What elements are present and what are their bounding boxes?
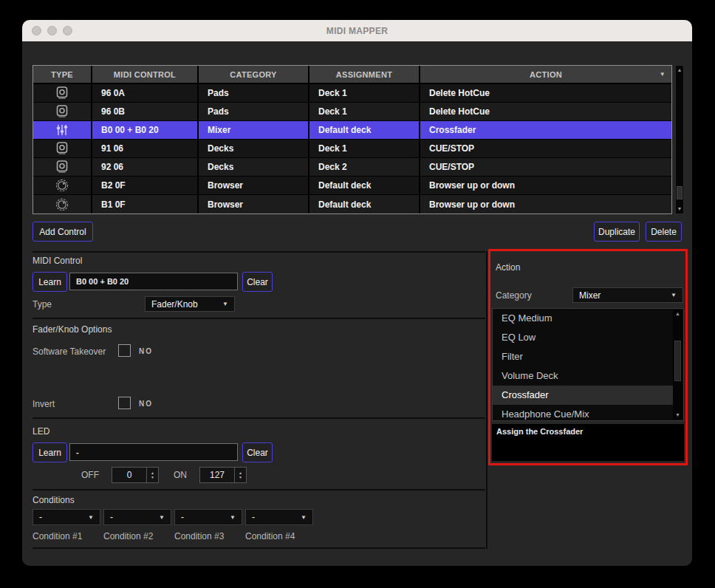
title-bar: MIDI MAPPER bbox=[22, 20, 692, 41]
spinner-arrows-icon[interactable]: ▲▼ bbox=[234, 468, 246, 482]
duplicate-button[interactable]: Duplicate bbox=[594, 222, 640, 242]
table-row[interactable]: 96 0B Pads Deck 1 Delete HotCue bbox=[33, 103, 671, 121]
led-off-value[interactable]: 0 bbox=[112, 468, 146, 482]
scrollbar-thumb[interactable] bbox=[677, 186, 682, 199]
knob-icon bbox=[33, 177, 92, 194]
condition-4-value: - bbox=[252, 512, 255, 522]
chevron-down-icon: ▼ bbox=[159, 514, 165, 521]
scroll-down-icon[interactable]: ▼ bbox=[673, 411, 682, 419]
condition-2-dropdown[interactable]: - ▼ bbox=[103, 509, 171, 525]
led-input[interactable] bbox=[69, 443, 238, 461]
led-on-label: ON bbox=[174, 470, 187, 480]
delete-button[interactable]: Delete bbox=[646, 222, 682, 242]
category-label: Category bbox=[496, 290, 532, 301]
table-row[interactable]: 91 06 Decks Deck 1 CUE/STOP bbox=[33, 140, 671, 158]
column-header-type[interactable]: TYPE bbox=[33, 66, 92, 83]
table-scrollbar[interactable]: ▲ ▼ bbox=[675, 65, 684, 214]
cell-midi-control: B1 0F bbox=[92, 195, 199, 213]
divider bbox=[32, 547, 485, 549]
spinner-arrows-icon[interactable]: ▲▼ bbox=[146, 468, 158, 482]
minimize-window-button[interactable] bbox=[47, 26, 57, 35]
cell-category: Pads bbox=[199, 84, 309, 102]
cell-action: Browser up or down bbox=[420, 195, 671, 213]
cell-midi-control: B0 00 + B0 20 bbox=[92, 121, 199, 139]
condition-2-value: - bbox=[110, 512, 113, 522]
cell-assignment: Default deck bbox=[309, 121, 420, 139]
type-dropdown[interactable]: Fader/Knob ▼ bbox=[145, 296, 235, 312]
scroll-down-icon[interactable]: ▼ bbox=[676, 205, 683, 213]
fader-options-section-title: Fader/Knob Options bbox=[32, 324, 112, 335]
action-list-scrollbar[interactable]: ▲ ▼ bbox=[673, 310, 682, 420]
condition-3-label: Condition #3 bbox=[174, 531, 224, 541]
cell-midi-control: 91 06 bbox=[92, 140, 199, 157]
action-panel: Action Category Mixer ▼ EQ Medium EQ Low… bbox=[488, 249, 688, 465]
led-on-value[interactable]: 127 bbox=[200, 468, 234, 482]
command-list-table: TYPE MIDI CONTROL CATEGORY ASSIGNMENT AC… bbox=[32, 65, 672, 214]
condition-4-dropdown[interactable]: - ▼ bbox=[245, 509, 313, 525]
cell-action: Delete HotCue bbox=[420, 103, 671, 120]
led-off-spinner[interactable]: 0 ▲▼ bbox=[112, 467, 159, 483]
cell-action: Browser up or down bbox=[420, 177, 671, 194]
invert-value: NO bbox=[139, 400, 153, 408]
action-description-box: Assign the Crossfader bbox=[492, 424, 684, 461]
cell-category: Pads bbox=[199, 103, 309, 120]
close-window-button[interactable] bbox=[32, 26, 41, 35]
condition-4-label: Condition #4 bbox=[245, 531, 295, 541]
cell-midi-control: 96 0A bbox=[92, 84, 199, 102]
midi-control-input[interactable] bbox=[69, 273, 238, 290]
column-header-category[interactable]: CATEGORY bbox=[199, 66, 309, 83]
action-list-item-selected[interactable]: Crossfader bbox=[493, 386, 674, 405]
chevron-down-icon: ▼ bbox=[88, 514, 94, 521]
condition-2-label: Condition #2 bbox=[103, 531, 153, 541]
maximize-window-button[interactable] bbox=[63, 26, 72, 35]
cell-action: Crossfader bbox=[420, 121, 671, 139]
table-row[interactable]: B2 0F Browser Default deck Browser up or… bbox=[33, 177, 671, 195]
pad-button-icon bbox=[33, 84, 92, 102]
software-takeover-checkbox[interactable] bbox=[118, 344, 131, 357]
add-control-button[interactable]: Add Control bbox=[32, 222, 93, 242]
action-list: EQ Medium EQ Low Filter Volume Deck Cros… bbox=[492, 308, 684, 421]
invert-checkbox[interactable] bbox=[118, 397, 131, 409]
action-list-item[interactable]: EQ Medium bbox=[493, 309, 674, 328]
led-clear-button[interactable]: Clear bbox=[242, 442, 273, 462]
cell-action: Delete HotCue bbox=[420, 84, 671, 102]
condition-3-dropdown[interactable]: - ▼ bbox=[174, 509, 242, 525]
scroll-up-icon[interactable]: ▲ bbox=[673, 310, 682, 318]
action-description-text: Assign the Crossfader bbox=[492, 424, 684, 436]
action-list-item[interactable]: EQ Low bbox=[493, 328, 674, 347]
led-off-label: OFF bbox=[81, 470, 99, 480]
mixer-fader-icon bbox=[33, 121, 92, 139]
scroll-up-icon[interactable]: ▲ bbox=[676, 66, 683, 74]
cell-category: Browser bbox=[199, 195, 309, 213]
chevron-down-icon: ▼ bbox=[222, 301, 228, 307]
midi-control-section-title: MIDI Control bbox=[32, 256, 82, 266]
category-dropdown-value: Mixer bbox=[579, 290, 601, 301]
table-row[interactable]: B1 0F Browser Default deck Browser up or… bbox=[33, 195, 671, 213]
led-on-spinner[interactable]: 127 ▲▼ bbox=[199, 467, 247, 483]
midi-learn-button[interactable]: Learn bbox=[32, 272, 67, 292]
cell-category: Decks bbox=[199, 140, 309, 157]
column-header-action[interactable]: ACTION ▼ bbox=[420, 66, 671, 83]
invert-label: Invert bbox=[32, 399, 55, 409]
table-row[interactable]: 96 0A Pads Deck 1 Delete HotCue bbox=[33, 84, 671, 103]
column-header-assignment[interactable]: ASSIGNMENT bbox=[309, 66, 420, 83]
divider bbox=[32, 489, 485, 490]
sort-arrow-icon[interactable]: ▼ bbox=[660, 71, 666, 78]
led-learn-button[interactable]: Learn bbox=[32, 442, 67, 462]
table-row[interactable]: 92 06 Decks Deck 2 CUE/STOP bbox=[33, 158, 671, 177]
table-row-selected[interactable]: B0 00 + B0 20 Mixer Default deck Crossfa… bbox=[33, 121, 671, 140]
cell-action: CUE/STOP bbox=[420, 140, 671, 157]
action-list-item[interactable]: Headphone Cue/Mix bbox=[493, 405, 674, 421]
action-list-item[interactable]: Volume Deck bbox=[493, 366, 674, 386]
midi-clear-button[interactable]: Clear bbox=[242, 272, 273, 292]
column-header-midi-control[interactable]: MIDI CONTROL bbox=[92, 66, 199, 83]
action-list-item[interactable]: Filter bbox=[493, 347, 674, 366]
traffic-lights bbox=[32, 20, 72, 41]
action-section-title: Action bbox=[496, 262, 520, 273]
condition-1-dropdown[interactable]: - ▼ bbox=[32, 509, 100, 525]
scrollbar-thumb[interactable] bbox=[674, 341, 681, 381]
category-dropdown[interactable]: Mixer ▼ bbox=[572, 287, 683, 303]
type-label: Type bbox=[32, 299, 52, 310]
table-header-row: TYPE MIDI CONTROL CATEGORY ASSIGNMENT AC… bbox=[33, 66, 671, 84]
pad-button-icon bbox=[33, 140, 92, 157]
